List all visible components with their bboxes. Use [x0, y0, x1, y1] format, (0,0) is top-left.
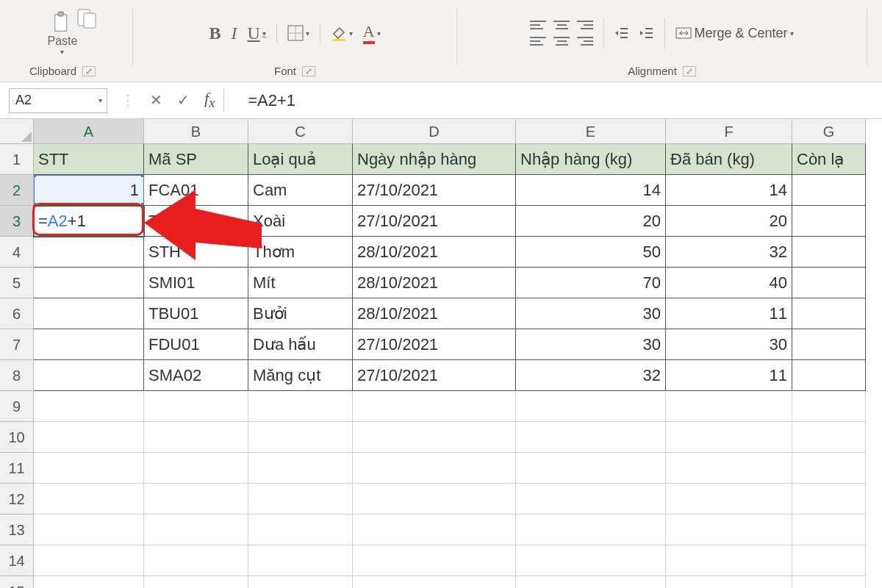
row-header-15[interactable]: 15 [0, 576, 34, 588]
row-header-1[interactable]: 1 [0, 144, 34, 175]
cell-D1[interactable]: Ngày nhập hàng [353, 144, 516, 175]
clipboard-icon[interactable] [76, 7, 97, 32]
cell-E9[interactable] [516, 391, 666, 422]
cell-F11[interactable] [666, 453, 792, 484]
cell-F9[interactable] [666, 391, 792, 422]
paste-button[interactable]: Paste ▾ [48, 11, 78, 56]
cell-B8[interactable]: SMA02 [144, 360, 248, 391]
cell-G10[interactable] [792, 422, 866, 453]
cell-A5[interactable] [34, 268, 144, 298]
cell-E6[interactable]: 30 [516, 298, 666, 329]
cell-E14[interactable] [516, 545, 666, 576]
cell-F14[interactable] [666, 545, 792, 576]
spreadsheet-grid[interactable]: 1STTMã SPLoại quảNgày nhập hàngNhập hàng… [0, 144, 882, 588]
cell-A9[interactable] [34, 391, 144, 422]
cell-G3[interactable] [792, 206, 866, 237]
cell-A12[interactable] [34, 484, 144, 514]
cell-G2[interactable] [792, 175, 866, 206]
name-box[interactable]: A2 ▾ [9, 88, 107, 113]
cell-D2[interactable]: 27/10/2021 [353, 175, 516, 206]
cell-E3[interactable]: 20 [516, 206, 666, 237]
cell-B3[interactable]: TXO [144, 206, 248, 237]
font-dialog-launcher[interactable]: ⤢ [302, 66, 315, 76]
column-header-A[interactable]: A [34, 119, 144, 144]
cell-D15[interactable] [353, 576, 516, 588]
cell-A13[interactable] [34, 514, 144, 545]
cell-F4[interactable]: 32 [666, 237, 792, 268]
cell-G15[interactable] [792, 576, 866, 588]
column-header-D[interactable]: D [353, 119, 516, 144]
cell-C8[interactable]: Măng cụt [248, 360, 353, 391]
underline-button[interactable]: U▾ [247, 24, 265, 43]
increase-indent-button[interactable] [639, 26, 654, 40]
cell-F12[interactable] [666, 484, 792, 514]
cell-F7[interactable]: 30 [666, 329, 792, 360]
cell-D9[interactable] [353, 391, 516, 422]
cell-C11[interactable] [248, 453, 353, 484]
row-header-12[interactable]: 12 [0, 484, 34, 514]
decrease-indent-button[interactable] [614, 26, 629, 40]
cell-A1[interactable]: STT [34, 144, 144, 175]
cell-B2[interactable]: FCA01 [144, 175, 248, 206]
cell-G5[interactable] [792, 268, 866, 298]
cell-B11[interactable] [144, 453, 248, 484]
cell-C3[interactable]: Xoài [248, 206, 353, 237]
cell-D12[interactable] [353, 484, 516, 514]
cell-D6[interactable]: 28/10/2021 [353, 298, 516, 329]
cell-E1[interactable]: Nhập hàng (kg) [516, 144, 666, 175]
borders-button[interactable]: ▾ [287, 25, 309, 41]
select-all-corner[interactable] [0, 119, 34, 144]
cell-C9[interactable] [248, 391, 353, 422]
cell-A3[interactable]: =A2+1 [34, 206, 144, 237]
cell-F13[interactable] [666, 514, 792, 545]
cell-F15[interactable] [666, 576, 792, 588]
cell-E11[interactable] [516, 453, 666, 484]
cell-E8[interactable]: 32 [516, 360, 666, 391]
cell-G6[interactable] [792, 298, 866, 329]
cell-G8[interactable] [792, 360, 866, 391]
cell-B9[interactable] [144, 391, 248, 422]
cell-B5[interactable]: SMI01 [144, 268, 248, 298]
cell-D7[interactable]: 27/10/2021 [353, 329, 516, 360]
cell-E5[interactable]: 70 [516, 268, 666, 298]
cell-B12[interactable] [144, 484, 248, 514]
cell-A2[interactable]: 1 [34, 175, 144, 206]
cell-D3[interactable]: 27/10/2021 [353, 206, 516, 237]
row-header-5[interactable]: 5 [0, 268, 34, 298]
clipboard-dialog-launcher[interactable]: ⤢ [82, 66, 96, 76]
fill-color-button[interactable]: ▾ [331, 25, 353, 41]
cell-C4[interactable]: Thơm [248, 237, 353, 268]
cell-C6[interactable]: Bưởi [248, 298, 353, 329]
chevron-down-icon[interactable]: ▾ [98, 96, 102, 104]
cell-F1[interactable]: Đã bán (kg) [666, 144, 792, 175]
cell-E7[interactable]: 30 [516, 329, 666, 360]
cell-D11[interactable] [353, 453, 516, 484]
cell-D8[interactable]: 27/10/2021 [353, 360, 516, 391]
column-header-G[interactable]: G [792, 119, 866, 144]
cell-B13[interactable] [144, 514, 248, 545]
cell-D10[interactable] [353, 422, 516, 453]
cell-B7[interactable]: FDU01 [144, 329, 248, 360]
cell-E4[interactable]: 50 [516, 237, 666, 268]
cell-C12[interactable] [248, 484, 353, 514]
column-header-E[interactable]: E [516, 119, 666, 144]
cell-E15[interactable] [516, 576, 666, 588]
column-header-F[interactable]: F [666, 119, 792, 144]
cell-D4[interactable]: 28/10/2021 [353, 237, 516, 268]
row-header-8[interactable]: 8 [0, 360, 34, 391]
row-header-7[interactable]: 7 [0, 329, 34, 360]
cell-A14[interactable] [34, 545, 144, 576]
cell-A6[interactable] [34, 298, 144, 329]
alignment-dialog-launcher[interactable]: ⤢ [683, 66, 696, 76]
cell-G1[interactable]: Còn lạ [792, 144, 866, 175]
cell-F6[interactable]: 11 [666, 298, 792, 329]
cell-D5[interactable]: 28/10/2021 [353, 268, 516, 298]
font-color-button[interactable]: A▾ [363, 22, 381, 44]
row-header-11[interactable]: 11 [0, 453, 34, 484]
row-header-2[interactable]: 2 [0, 175, 34, 206]
cell-B14[interactable] [144, 545, 248, 576]
cell-B10[interactable] [144, 422, 248, 453]
merge-center-button[interactable]: Merge & Center▾ [675, 26, 793, 41]
cell-C15[interactable] [248, 576, 353, 588]
cell-A4[interactable] [34, 237, 144, 268]
